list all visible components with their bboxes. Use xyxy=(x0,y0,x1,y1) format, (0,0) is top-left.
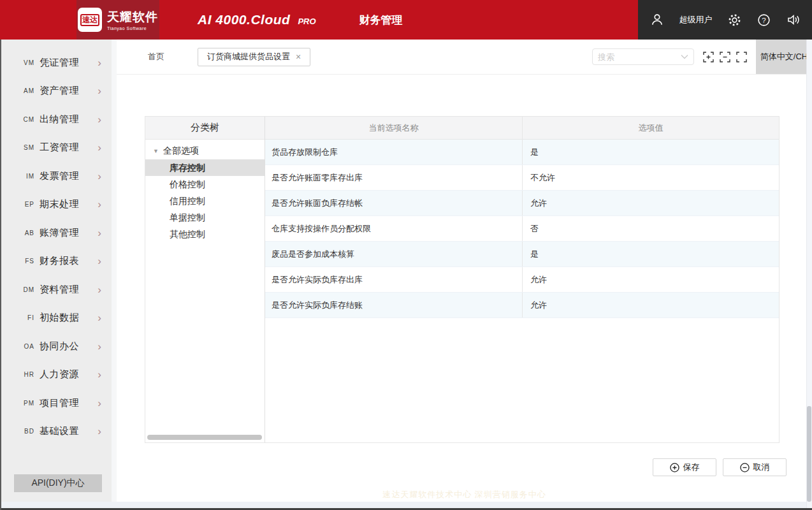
chevron-right-icon: › xyxy=(98,85,101,96)
sidebar-item[interactable]: FS 财务报表 › xyxy=(0,247,112,276)
chevron-down-icon[interactable] xyxy=(681,54,688,59)
save-button[interactable]: 保存 xyxy=(653,458,716,476)
options-panel: 分类树 ▼ 全部选项 库存控制 价格控制 信用控制 单据控制 其他控制 xyxy=(145,116,779,443)
sidebar-item[interactable]: DM 资料管理 › xyxy=(0,275,112,304)
sidebar-item-code: IM xyxy=(18,173,34,180)
app-header: 速达 天耀软件 Tianyao Software AI 4000.Cloud P… xyxy=(0,0,812,40)
sidebar-item[interactable]: PM 项目管理 › xyxy=(0,389,112,418)
option-value-cell[interactable]: 允许 xyxy=(522,267,779,292)
chevron-right-icon: › xyxy=(98,57,101,68)
column-header-value: 选项值 xyxy=(522,117,779,139)
current-user-label[interactable]: 超级用户 xyxy=(679,14,713,26)
fullscreen-icon[interactable] xyxy=(736,52,747,62)
table-row[interactable]: 是否允许账面零库存出库 不允许 xyxy=(265,165,779,191)
chevron-right-icon: › xyxy=(98,228,101,238)
logo-badge-icon: 速达 xyxy=(78,8,102,32)
app-frame: VM 凭证管理 › AM 资产管理 › CM 出纳管理 › SM 工资管理 › xyxy=(0,40,812,510)
tree-node[interactable]: 价格控制 xyxy=(145,176,265,193)
brand-subtitle: Tianyao Software xyxy=(107,26,158,31)
tree-root-node[interactable]: ▼ 全部选项 xyxy=(145,140,265,159)
main-area: 首页 订货商城提供货品设置 × 简体中文/CH xyxy=(117,40,812,510)
help-icon[interactable]: ? xyxy=(757,13,771,27)
tree-node[interactable]: 单据控制 xyxy=(145,209,265,226)
sidebar-item-label: 资料管理 xyxy=(40,284,79,296)
sidebar-gutter xyxy=(112,40,117,510)
sidebar-item-code: AB xyxy=(18,229,34,237)
option-name-cell: 仓库支持按操作员分配权限 xyxy=(265,216,522,241)
option-value-cell[interactable]: 允许 xyxy=(522,191,779,215)
sidebar-item[interactable]: BD 基础设置 › xyxy=(0,418,112,446)
window-controls xyxy=(703,52,747,62)
table-row[interactable]: 仓库支持按操作员分配权限 否 xyxy=(265,216,779,242)
table-row[interactable]: 废品是否参加成本核算 是 xyxy=(265,242,779,267)
cancel-button-label: 取消 xyxy=(753,462,770,473)
search-input[interactable] xyxy=(598,52,681,62)
option-value-cell[interactable]: 允许 xyxy=(522,293,779,317)
vertical-scrollbar-track[interactable] xyxy=(806,40,812,508)
sidebar-item-code: EP xyxy=(18,201,34,208)
option-value-cell[interactable]: 是 xyxy=(522,242,779,266)
sidebar-item[interactable]: IM 发票管理 › xyxy=(0,162,112,191)
tab-active[interactable]: 订货商城提供货品设置 × xyxy=(198,48,310,66)
language-toggle[interactable]: 简体中文/CH xyxy=(756,40,812,74)
option-name-cell: 是否允许实际负库存出库 xyxy=(265,267,522,292)
sidebar-item[interactable]: FI 初始数据 › xyxy=(0,304,112,333)
cancel-button[interactable]: 取消 xyxy=(723,458,787,476)
api-center-button[interactable]: API(DIY)中心 xyxy=(14,474,102,492)
table-row[interactable]: 是否允许实际负库存结账 允许 xyxy=(265,293,779,318)
settings-gear-icon[interactable] xyxy=(728,13,742,27)
sidebar-item-code: HR xyxy=(18,371,34,378)
sidebar-item-label: 基础设置 xyxy=(40,425,79,437)
announcement-speaker-icon[interactable] xyxy=(787,13,801,27)
sidebar-item[interactable]: HR 人力资源 › xyxy=(0,361,112,390)
grid-header-row: 当前选项名称 选项值 xyxy=(265,117,779,140)
user-icon[interactable] xyxy=(650,13,664,27)
zoom-out-icon[interactable] xyxy=(720,52,730,62)
chevron-right-icon: › xyxy=(98,256,101,266)
sidebar-item[interactable]: VM 凭证管理 › xyxy=(0,48,112,77)
sidebar-item[interactable]: AB 账簿管理 › xyxy=(0,219,112,247)
caret-down-icon[interactable]: ▼ xyxy=(153,148,159,154)
option-value-cell[interactable]: 不允许 xyxy=(522,165,779,190)
tab-home[interactable]: 首页 xyxy=(148,51,164,62)
table-row[interactable]: 是否允许实际负库存出库 允许 xyxy=(265,267,779,293)
sidebar-item-label: 工资管理 xyxy=(40,142,79,154)
watermark-text: 速达天耀软件技术中心 深圳营销服务中心 xyxy=(382,489,546,500)
tree-horizontal-scrollbar[interactable] xyxy=(147,435,262,440)
sidebar-item-code: FS xyxy=(18,258,34,265)
option-value-cell[interactable]: 否 xyxy=(522,216,779,241)
sidebar-item[interactable]: OA 协同办公 › xyxy=(0,332,112,361)
tab-bar: 首页 订货商城提供货品设置 × 简体中文/CH xyxy=(117,40,812,75)
zoom-in-icon[interactable] xyxy=(703,52,714,62)
sidebar-item-code: BD xyxy=(18,428,34,435)
sidebar-item-code: SM xyxy=(18,144,34,151)
option-value-cell[interactable]: 是 xyxy=(522,140,779,164)
sidebar-item-label: 期末处理 xyxy=(40,198,79,210)
chevron-right-icon: › xyxy=(98,341,101,352)
table-row[interactable]: 货品存放限制仓库 是 xyxy=(265,140,779,165)
sidebar-item[interactable]: CM 出纳管理 › xyxy=(0,105,112,134)
sidebar-item[interactable]: EP 期末处理 › xyxy=(0,191,112,219)
sidebar-item-label: 出纳管理 xyxy=(40,113,79,126)
search-box xyxy=(592,48,694,65)
sidebar-item-label: 协同办公 xyxy=(40,340,79,353)
save-button-label: 保存 xyxy=(683,462,700,473)
tree-node[interactable]: 其他控制 xyxy=(145,226,265,242)
sidebar-item-label: 项目管理 xyxy=(40,397,79,409)
table-row[interactable]: 是否允许账面负库存结帐 允许 xyxy=(265,191,779,216)
sidebar-item-label: 财务报表 xyxy=(40,255,79,267)
close-icon[interactable]: × xyxy=(296,52,301,62)
sidebar-item-label: 初始数据 xyxy=(40,312,79,324)
chevron-right-icon: › xyxy=(98,199,101,210)
vertical-scrollbar-thumb[interactable] xyxy=(807,406,811,502)
brand-name: 天耀软件 xyxy=(107,9,158,26)
tree-node[interactable]: 库存控制 xyxy=(145,159,265,176)
option-name-cell: 废品是否参加成本核算 xyxy=(265,242,522,266)
option-name-cell: 是否允许账面零库存出库 xyxy=(265,165,522,190)
sidebar-item[interactable]: SM 工资管理 › xyxy=(0,134,112,163)
sidebar-item[interactable]: AM 资产管理 › xyxy=(0,77,112,106)
sidebar-item-label: 发票管理 xyxy=(40,170,79,182)
tree-node[interactable]: 信用控制 xyxy=(145,193,265,209)
module-title: 财务管理 xyxy=(359,13,403,27)
chevron-right-icon: › xyxy=(98,142,101,153)
